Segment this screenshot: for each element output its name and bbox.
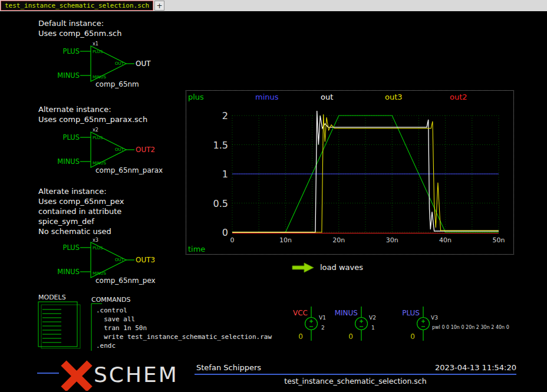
titleblock-datetime: 2023-04-13 11:54:20 [398,363,516,372]
vsource-v3[interactable]: PLUS V3 pwl 0 0 10n 0 20n 2 30n 2 40n 0 … [384,305,502,347]
models-label[interactable]: MODELS [38,294,66,301]
net-label-plus[interactable]: PLUS [384,309,420,317]
xschem-logo-x [60,360,95,391]
annotation-alterate-3[interactable]: contained in attribute [38,206,121,216]
annotation-alterate-5[interactable]: No schematic used [38,226,111,236]
models-box[interactable] [38,301,81,350]
tab-bar: test_instance_schematic_selection.sch + [0,0,547,11]
command-line: tran 1n 50n [96,324,272,332]
schematic-tab-label: test_instance_schematic_selection.sch [5,2,149,9]
annotation-alternate-2[interactable]: Uses comp_65nm_parax.sch [38,114,147,124]
annotation-default-1[interactable]: Default instance: [38,18,104,28]
legend-minus[interactable]: minus [255,93,279,101]
annotation-alterate-4[interactable]: spice_sym_def [38,216,94,226]
annotation-alterate-2[interactable]: Uses comp_65nm_pex [38,196,124,206]
net-label-minus[interactable]: MINUS [52,71,80,80]
symbol-pin-out: OUT [115,147,124,152]
annotation-alternate-1[interactable]: Alternate instance: [38,104,111,114]
net-label-out2[interactable]: OUT2 [136,146,155,154]
y-tick-label: 0.5 [213,198,228,209]
gnd-label[interactable]: 0 [407,332,415,341]
annotation-default-2[interactable]: Uses comp_65nm.sch [38,28,121,38]
annotation-alterate-1[interactable]: Alterate instance: [38,186,107,196]
symbol-pin-out: OUT [115,258,124,262]
symbol-pin-plus: PLUS [93,50,103,54]
y-tick-label: 2 [222,110,228,121]
net-label-out3[interactable]: OUT3 [136,256,155,264]
xschem-logo-text: SCHEM [94,363,179,387]
legend-out3[interactable]: out3 [385,93,403,101]
gnd-label[interactable]: 0 [295,332,303,341]
x-tick-label: 30n [386,236,398,244]
titleblock-author: Stefan Schippers [196,363,261,372]
legend-out[interactable]: out [321,93,333,101]
command-line: .control [96,306,272,315]
gnd-label[interactable]: 0 [345,332,353,341]
plus-icon: + [157,2,163,10]
schematic-tab[interactable]: test_instance_schematic_selection.sch [1,1,153,11]
source-value[interactable]: pwl 0 0 10n 0 20n 2 30n 2 40n 0 [432,325,509,330]
legend-out2[interactable]: out2 [450,93,467,101]
launcher-arrow-icon[interactable] [291,262,317,274]
net-label-out[interactable]: OUT [136,60,151,68]
instance-ref[interactable]: x2 [93,127,98,133]
symbol-pin-out: OUT [115,61,124,66]
symbol-pin-minus: MINUS [93,161,106,166]
y-tick-label: 0 [222,227,228,238]
comparator-instance-x2[interactable]: PLUS MINUS OUT PLUS MINUS OUT2 x2 comp_6… [52,127,153,177]
net-label-vcc[interactable]: VCC [272,309,308,317]
y-tick-label: 1 [222,169,228,180]
trace-out [232,111,499,232]
net-label-minus[interactable]: MINUS [322,309,358,317]
y-tick-label: 1.5 [213,140,228,151]
titleblock-filename: test_instance_schematic_selection.sch [195,377,516,386]
titleblock-line-main [195,374,516,375]
net-label-minus[interactable]: MINUS [52,268,80,276]
symbol-pin-plus: PLUS [93,136,103,140]
x-axis-label: time [188,245,205,253]
source-ref[interactable]: V3 [431,315,438,321]
legend-plus[interactable]: plus [188,93,204,101]
net-label-plus[interactable]: PLUS [52,133,80,141]
instance-name[interactable]: comp_65nm [95,80,139,88]
waveform-graph[interactable]: 010n20n30n40n50n00.511.52 plusminusoutou… [186,90,514,255]
command-line: write test_instance_schematic_selection.… [96,332,272,341]
comparator-instance-x1[interactable]: PLUS MINUS OUT PLUS MINUS OUT x1 comp_65… [52,41,153,91]
x-tick-label: 50n [493,236,505,244]
net-label-plus[interactable]: PLUS [52,243,80,252]
x-tick-label: 10n [279,236,292,244]
titleblock-line-left [37,373,59,374]
comparator-instance-x3[interactable]: PLUS MINUS OUT PLUS MINUS OUT3 x3 comp_6… [52,238,153,287]
symbol-pin-minus: MINUS [93,271,106,276]
x-tick-label: 20n [332,236,345,244]
symbol-pin-plus: PLUS [93,246,103,251]
symbol-pin-minus: MINUS [93,75,106,80]
instance-ref[interactable]: x3 [93,238,98,243]
command-line: save all [96,315,272,324]
instance-name[interactable]: comp_65nm_parax [95,166,163,174]
x-tick-label: 40n [439,236,452,244]
command-line: .endc [96,341,272,350]
net-label-minus[interactable]: MINUS [52,157,80,166]
new-tab-button[interactable]: + [154,1,164,11]
x-tick-label: 0 [230,236,235,244]
load-waves-launcher[interactable]: load waves [320,263,363,272]
source-value[interactable]: 1 [371,325,375,331]
net-label-plus[interactable]: PLUS [52,47,80,55]
instance-name[interactable]: comp_65nm_pex [95,276,156,285]
source-ref[interactable]: V2 [369,315,376,321]
spice-commands[interactable]: .control save all tran 1n 50n write test… [96,306,272,350]
waveform-plot: 010n20n30n40n50n00.511.52 [186,91,515,255]
instance-ref[interactable]: x1 [93,41,98,47]
